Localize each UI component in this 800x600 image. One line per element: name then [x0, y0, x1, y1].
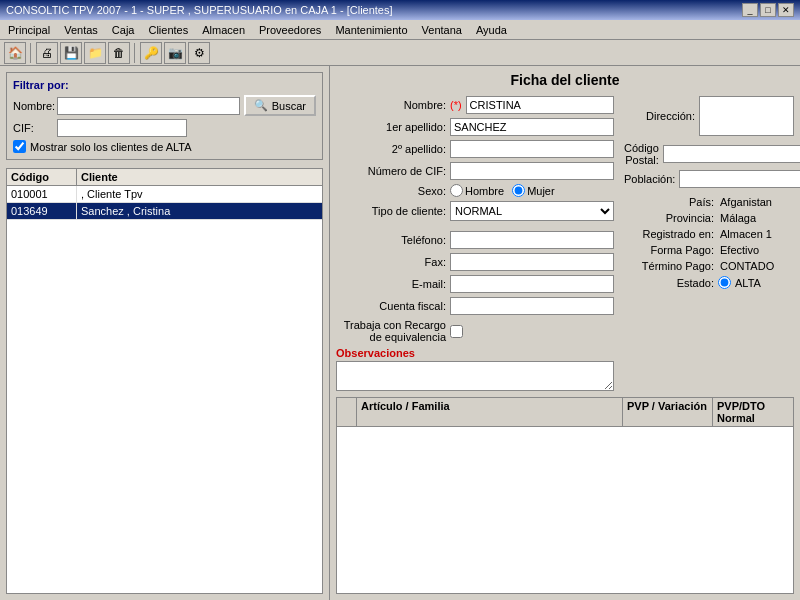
menu-ayuda[interactable]: Ayuda: [472, 23, 511, 37]
bth-articulo: Artículo / Familia: [357, 398, 623, 426]
title-bar-buttons: _ □ ✕: [742, 3, 794, 17]
filter-nombre-input[interactable]: [57, 97, 240, 115]
bottom-table-header: Artículo / Familia PVP / Variación PVP/D…: [337, 398, 793, 427]
ficha-title: Ficha del cliente: [336, 72, 794, 88]
sexo-hombre-label[interactable]: Hombre: [450, 184, 504, 197]
estado-row: Estado: ALTA: [624, 276, 794, 289]
toolbar-home[interactable]: 🏠: [4, 42, 26, 64]
table-header: Código Cliente: [7, 169, 322, 186]
table-row[interactable]: 013649 Sanchez , Cristina: [7, 203, 322, 220]
forma-pago-value: Efectivo: [718, 244, 794, 256]
cuenta-fiscal-input[interactable]: [450, 297, 614, 315]
sexo-row: Sexo: Hombre Mujer: [336, 184, 614, 197]
filter-cif-input[interactable]: [57, 119, 187, 137]
estado-radio[interactable]: [718, 276, 731, 289]
menu-clientes[interactable]: Clientes: [144, 23, 192, 37]
tipo-cliente-label: Tipo de cliente:: [336, 205, 446, 217]
toolbar-camera[interactable]: 📷: [164, 42, 186, 64]
segundo-apellido-label: 2º apellido:: [336, 143, 446, 155]
estado-label: Estado:: [624, 277, 714, 289]
filter-alta-checkbox[interactable]: [13, 140, 26, 153]
registrado-row: Registrado en: Almacen 1: [624, 228, 794, 240]
nombre-label: Nombre:: [336, 99, 446, 111]
menu-principal[interactable]: Principal: [4, 23, 54, 37]
fax-input[interactable]: [450, 253, 614, 271]
cif-input[interactable]: [450, 162, 614, 180]
bth-btn-col: [337, 398, 357, 426]
toolbar-delete[interactable]: 🗑: [108, 42, 130, 64]
observaciones-textarea[interactable]: [336, 361, 614, 391]
filter-box: Filtrar por: Nombre: 🔍 Buscar CIF: Mostr…: [6, 72, 323, 160]
menu-ventas[interactable]: Ventas: [60, 23, 102, 37]
toolbar-open[interactable]: 📁: [84, 42, 106, 64]
menu-almacen[interactable]: Almacen: [198, 23, 249, 37]
primer-apellido-input[interactable]: [450, 118, 614, 136]
menu-mantenimiento[interactable]: Mantenimiento: [331, 23, 411, 37]
bth-pvpdto: PVP/DTO Normal: [713, 398, 793, 426]
maximize-btn[interactable]: □: [760, 3, 776, 17]
sexo-mujer-label[interactable]: Mujer: [512, 184, 555, 197]
menu-caja[interactable]: Caja: [108, 23, 139, 37]
minimize-btn[interactable]: _: [742, 3, 758, 17]
td-codigo-0: 010001: [7, 186, 77, 202]
menu-ventana[interactable]: Ventana: [418, 23, 466, 37]
td-cliente-1: Sanchez , Cristina: [77, 203, 322, 219]
toolbar-sep-1: [30, 43, 32, 63]
sexo-hombre-text: Hombre: [465, 185, 504, 197]
sexo-radio-group: Hombre Mujer: [450, 184, 555, 197]
provincia-label: Provincia:: [624, 212, 714, 224]
provincia-value: Málaga: [718, 212, 794, 224]
table-row[interactable]: 010001 , Cliente Tpv: [7, 186, 322, 203]
direccion-label: Dirección:: [624, 110, 695, 122]
email-input[interactable]: [450, 275, 614, 293]
filter-alta-label: Mostrar solo los clientes de ALTA: [30, 141, 192, 153]
buscar-button[interactable]: 🔍 Buscar: [244, 95, 316, 116]
toolbar-sep-2: [134, 43, 136, 63]
recargo-checkbox[interactable]: [450, 325, 463, 338]
registrado-label: Registrado en:: [624, 228, 714, 240]
sexo-mujer-radio[interactable]: [512, 184, 525, 197]
estado-value: ALTA: [735, 277, 761, 289]
nombre-row: Nombre: (*): [336, 96, 614, 114]
telefono-input[interactable]: [450, 231, 614, 249]
codigo-postal-input[interactable]: [663, 145, 800, 163]
sexo-hombre-radio[interactable]: [450, 184, 463, 197]
left-panel: Filtrar por: Nombre: 🔍 Buscar CIF: Mostr…: [0, 66, 330, 600]
telefono-row: Teléfono:: [336, 231, 614, 249]
poblacion-row: Población:: [624, 170, 794, 188]
email-row: E-mail:: [336, 275, 614, 293]
pais-value: Afganistan: [718, 196, 794, 208]
tipo-cliente-select[interactable]: NORMAL VIP EMPRESA: [450, 201, 614, 221]
sexo-label: Sexo:: [336, 185, 446, 197]
filter-cif-row: CIF:: [13, 119, 316, 137]
th-cliente: Cliente: [77, 169, 322, 185]
window-title: CONSOLTIC TPV 2007 - 1 - SUPER , SUPERUS…: [6, 4, 393, 16]
poblacion-input[interactable]: [679, 170, 800, 188]
direccion-row: Dirección:: [624, 96, 794, 136]
close-btn[interactable]: ✕: [778, 3, 794, 17]
form-area: Nombre: (*) 1er apellido: 2º apellido: N…: [336, 96, 794, 393]
cif-row: Número de CIF:: [336, 162, 614, 180]
toolbar-print[interactable]: 🖨: [36, 42, 58, 64]
forma-pago-label: Forma Pago:: [624, 244, 714, 256]
direccion-box[interactable]: [699, 96, 794, 136]
bth-pvp: PVP / Variación: [623, 398, 713, 426]
toolbar-key[interactable]: 🔑: [140, 42, 162, 64]
segundo-apellido-input[interactable]: [450, 140, 614, 158]
toolbar-save[interactable]: 💾: [60, 42, 82, 64]
observaciones-section: Observaciones: [336, 347, 614, 393]
segundo-apellido-row: 2º apellido:: [336, 140, 614, 158]
cuenta-fiscal-row: Cuenta fiscal:: [336, 297, 614, 315]
nombre-input[interactable]: [466, 96, 614, 114]
primer-apellido-row: 1er apellido:: [336, 118, 614, 136]
menu-proveedores[interactable]: Proveedores: [255, 23, 325, 37]
toolbar-settings[interactable]: ⚙: [188, 42, 210, 64]
pais-label: País:: [624, 196, 714, 208]
estado-value-row: ALTA: [718, 276, 761, 289]
forma-pago-row: Forma Pago: Efectivo: [624, 244, 794, 256]
codigo-postal-row: Código Postal:: [624, 142, 794, 166]
menu-bar: Principal Ventas Caja Clientes Almacen P…: [0, 20, 800, 40]
termino-pago-label: Término Pago:: [624, 260, 714, 272]
form-right: Dirección: Código Postal: Población: Paí…: [624, 96, 794, 393]
search-icon: 🔍: [254, 99, 268, 112]
